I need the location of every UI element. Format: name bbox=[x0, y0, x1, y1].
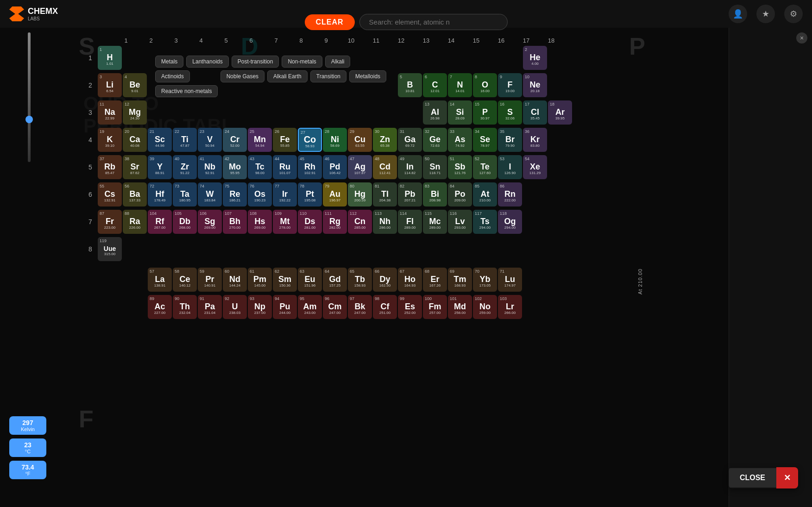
element-Mc[interactable]: 115 Mc 289.00 bbox=[423, 210, 447, 234]
slider-track[interactable] bbox=[28, 32, 31, 162]
element-In[interactable]: 49 In 114.82 bbox=[398, 155, 422, 179]
legend-actinoids[interactable]: Actinoids bbox=[155, 70, 190, 82]
settings-icon[interactable]: ⚙ bbox=[784, 5, 803, 23]
element-Cr[interactable]: 24 Cr 52.00 bbox=[223, 128, 247, 152]
legend-alkali[interactable]: Alkali bbox=[325, 56, 351, 68]
element-Ca[interactable]: 20 Ca 40.08 bbox=[123, 128, 147, 152]
element-Nh[interactable]: 113 Nh 286.00 bbox=[373, 210, 397, 234]
element-Ga[interactable]: 31 Ga 69.72 bbox=[398, 128, 422, 152]
legend-non-metals[interactable]: Non-metals bbox=[282, 56, 322, 68]
element-Pm[interactable]: 61 Pm 145.00 bbox=[248, 268, 272, 292]
element-Uue[interactable]: 119 Uue 315.00 bbox=[98, 237, 122, 261]
element-O[interactable]: 8 O 16.00 bbox=[473, 73, 497, 97]
close-x-icon[interactable]: ✕ bbox=[776, 467, 798, 488]
element-Bh[interactable]: 107 Bh 270.00 bbox=[223, 210, 247, 234]
element-Pt[interactable]: 78 Pt 195.08 bbox=[298, 182, 322, 207]
element-Na[interactable]: 11 Na 22.99 bbox=[98, 100, 122, 125]
element-K[interactable]: 19 K 39.10 bbox=[98, 128, 122, 152]
element-Ho[interactable]: 67 Ho 164.93 bbox=[398, 268, 422, 292]
element-Ti[interactable]: 22 Ti 47.87 bbox=[173, 128, 197, 152]
element-Cn[interactable]: 112 Cn 285.00 bbox=[348, 210, 372, 234]
element-Mg[interactable]: 12 Mg 24.30 bbox=[123, 100, 147, 125]
element-Tb[interactable]: 65 Tb 158.93 bbox=[348, 268, 372, 292]
element-Nd[interactable]: 60 Nd 144.24 bbox=[223, 268, 247, 292]
legend-metalloids[interactable]: Metalloids bbox=[349, 70, 386, 82]
element-Ag[interactable]: 47 Ag 107.87 bbox=[348, 155, 372, 179]
element-Os[interactable]: 76 Os 190.23 bbox=[248, 182, 272, 207]
star-icon[interactable]: ★ bbox=[756, 5, 775, 23]
close-panel-icon[interactable]: × bbox=[796, 32, 807, 44]
element-Pr[interactable]: 59 Pr 140.91 bbox=[198, 268, 222, 292]
element-Si[interactable]: 14 Si 28.09 bbox=[448, 100, 472, 125]
element-As[interactable]: 33 As 74.92 bbox=[448, 128, 472, 152]
element-Rn[interactable]: 86 Rn 222.00 bbox=[498, 182, 522, 207]
element-Tm[interactable]: 69 Tm 168.93 bbox=[448, 268, 472, 292]
element-Cm[interactable]: 96 Cm 247.00 bbox=[323, 295, 347, 319]
element-Cs[interactable]: 55 Cs 132.91 bbox=[98, 182, 122, 207]
element-N[interactable]: 7 N 14.01 bbox=[448, 73, 472, 97]
element-Md[interactable]: 101 Md 258.00 bbox=[448, 295, 472, 319]
element-Hg[interactable]: 80 Hg 200.59 bbox=[348, 182, 372, 207]
element-P[interactable]: 15 P 30.97 bbox=[473, 100, 497, 125]
element-Ds[interactable]: 110 Ds 281.00 bbox=[298, 210, 322, 234]
element-No[interactable]: 102 No 259.00 bbox=[473, 295, 497, 319]
element-Lv[interactable]: 116 Lv 293.00 bbox=[448, 210, 472, 234]
element-Og[interactable]: 118 Og 294.00 bbox=[498, 210, 522, 234]
fahrenheit-badge[interactable]: 73.4 °F bbox=[9, 461, 46, 479]
element-Co[interactable]: 27 Co 58.93 bbox=[298, 128, 322, 152]
element-Cf[interactable]: 98 Cf 251.00 bbox=[373, 295, 397, 319]
element-Mn[interactable]: 25 Mn 54.94 bbox=[248, 128, 272, 152]
close-label[interactable]: CLOSE bbox=[729, 468, 776, 488]
element-B[interactable]: 5 B 10.81 bbox=[398, 73, 422, 97]
element-C[interactable]: 6 C 12.01 bbox=[423, 73, 447, 97]
element-Li[interactable]: 3 Li 6.54 bbox=[98, 73, 122, 97]
element-At[interactable]: 85 At 210.00 bbox=[473, 182, 497, 207]
clear-button[interactable]: CLEAR bbox=[304, 14, 354, 30]
element-Kr[interactable]: 36 Kr 83.80 bbox=[523, 128, 547, 152]
element-Ce[interactable]: 58 Ce 140.12 bbox=[173, 268, 197, 292]
element-Dy[interactable]: 66 Dy 162.50 bbox=[373, 268, 397, 292]
element-Ra[interactable]: 88 Ra 226.00 bbox=[123, 210, 147, 234]
element-Cl[interactable]: 17 Cl 35.45 bbox=[523, 100, 547, 125]
element-Rg[interactable]: 111 Rg 282.00 bbox=[323, 210, 347, 234]
element-Rf[interactable]: 104 Rf 267.00 bbox=[148, 210, 172, 234]
element-Es[interactable]: 99 Es 252.00 bbox=[398, 295, 422, 319]
element-Po[interactable]: 84 Po 209.00 bbox=[448, 182, 472, 207]
element-Ru[interactable]: 44 Ru 101.07 bbox=[273, 155, 297, 179]
element-Bi[interactable]: 83 Bi 208.98 bbox=[423, 182, 447, 207]
element-Sb[interactable]: 51 Sb 121.76 bbox=[448, 155, 472, 179]
element-Ar[interactable]: 18 Ar 39.95 bbox=[548, 100, 572, 125]
element-Be[interactable]: 4 Be 9.01 bbox=[123, 73, 147, 97]
element-Cu[interactable]: 29 Cu 63.55 bbox=[348, 128, 372, 152]
element-Db[interactable]: 105 Db 268.00 bbox=[173, 210, 197, 234]
legend-noble-gases[interactable]: Noble Gases bbox=[220, 70, 264, 82]
element-F[interactable]: 9 F 19.00 bbox=[498, 73, 522, 97]
element-Se[interactable]: 34 Se 78.97 bbox=[473, 128, 497, 152]
element-Tc[interactable]: 43 Tc 98.00 bbox=[248, 155, 272, 179]
element-I[interactable]: 53 I 126.90 bbox=[498, 155, 522, 179]
element-H[interactable]: 1 H 1.01 bbox=[98, 46, 122, 70]
legend-lanthanoids[interactable]: Lanthanoids bbox=[186, 56, 228, 68]
element-Au[interactable]: 79 Au 196.97 bbox=[323, 182, 347, 207]
element-Bk[interactable]: 97 Bk 247.00 bbox=[348, 295, 372, 319]
element-Mo[interactable]: 42 Mo 95.95 bbox=[223, 155, 247, 179]
element-Fr[interactable]: 87 Fr 223.00 bbox=[98, 210, 122, 234]
kelvin-badge[interactable]: 297 Kelvin bbox=[9, 416, 46, 435]
element-Zn[interactable]: 30 Zn 65.38 bbox=[373, 128, 397, 152]
legend-transition[interactable]: Transition bbox=[310, 70, 346, 82]
element-Xe[interactable]: 54 Xe 131.29 bbox=[523, 155, 547, 179]
legend-reactive-non-metals[interactable]: Reactive non-metals bbox=[155, 85, 218, 97]
element-Pa[interactable]: 91 Pa 231.04 bbox=[198, 295, 222, 319]
element-Re[interactable]: 75 Re 186.21 bbox=[223, 182, 247, 207]
celsius-badge[interactable]: 23 °C bbox=[9, 438, 46, 457]
element-Hf[interactable]: 72 Hf 178.49 bbox=[148, 182, 172, 207]
element-Fl[interactable]: 114 Fl 289.00 bbox=[398, 210, 422, 234]
element-Er[interactable]: 68 Er 167.26 bbox=[423, 268, 447, 292]
element-Ne[interactable]: 10 Ne 20.18 bbox=[523, 73, 547, 97]
element-Eu[interactable]: 63 Eu 151.96 bbox=[298, 268, 322, 292]
element-Sn[interactable]: 50 Sn 118.71 bbox=[423, 155, 447, 179]
element-Nb[interactable]: 41 Nb 92.91 bbox=[198, 155, 222, 179]
element-Th[interactable]: 90 Th 232.04 bbox=[173, 295, 197, 319]
element-Te[interactable]: 52 Te 127.60 bbox=[473, 155, 497, 179]
element-W[interactable]: 74 W 183.84 bbox=[198, 182, 222, 207]
